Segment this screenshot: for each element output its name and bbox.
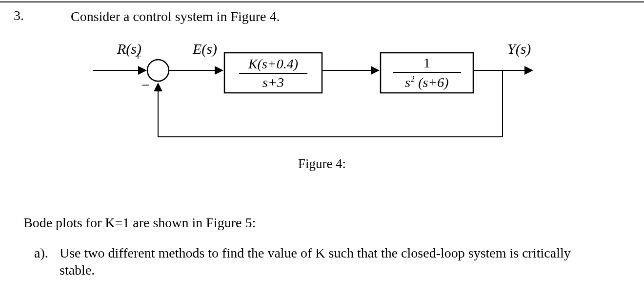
- figure-caption: Figure 4:: [0, 156, 644, 172]
- error-label: E(s): [192, 41, 217, 57]
- part-a-text-line1: Use two different methods to find the va…: [60, 245, 571, 260]
- part-a-text-line2: stable.: [60, 261, 634, 279]
- bode-note: Bode plots for K=1 are shown in Figure 5…: [23, 215, 256, 231]
- part-a-label: a).: [34, 244, 60, 261]
- controller-numerator: K(s+0.4): [248, 56, 298, 71]
- problem-number: 3.: [14, 8, 24, 23]
- summing-junction: [147, 60, 169, 81]
- block-diagram: R(s) + − E(s) K(s+0.4) s+3 1 s2 (s+6) Y(…: [88, 39, 537, 151]
- output-label: Y(s): [507, 41, 531, 57]
- problem-prompt: Consider a control system in Figure 4.: [71, 9, 280, 24]
- controller-denominator: s+3: [262, 75, 284, 90]
- top-rule: [0, 1, 644, 2]
- plant-denominator: s2 (s+6): [405, 74, 448, 90]
- sum-plus: +: [134, 48, 142, 64]
- plant-numerator: 1: [423, 55, 430, 70]
- sum-minus: −: [141, 77, 150, 93]
- part-a: a).Use two different methods to find the…: [34, 244, 634, 279]
